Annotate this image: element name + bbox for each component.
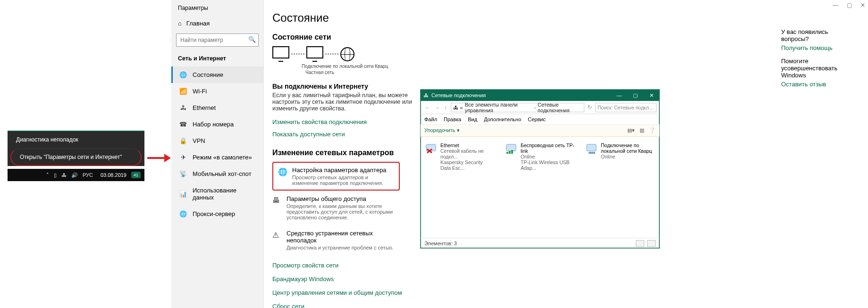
- explorer-titlebar: 🖧 Сетевые подключения — ▢ ✕: [421, 90, 659, 101]
- ethernet-adapter-icon: [425, 142, 438, 155]
- sidebar-item-proxy[interactable]: 🌐Прокси-сервер: [171, 206, 263, 222]
- dialup-icon: ☎: [179, 121, 187, 128]
- page-title: Состояние: [272, 11, 868, 25]
- menu-file[interactable]: Файл: [424, 117, 437, 122]
- connection-item-lan[interactable]: Подключение по локальной сети Кварц Onli…: [586, 142, 655, 171]
- tray-date[interactable]: 03.08.2019: [101, 172, 126, 178]
- connections-grid: Ethernet Сетевой кабель не подкл... Kasp…: [421, 137, 659, 176]
- option-sharing-settings[interactable]: 🖶 Параметры общего доступа Определите, к…: [272, 191, 400, 225]
- minimize-button[interactable]: —: [611, 90, 627, 101]
- option-title: Параметры общего доступа: [287, 195, 394, 202]
- help-question: У вас появились вопросы?: [781, 28, 857, 42]
- chevron-up-icon[interactable]: ˄: [46, 172, 49, 178]
- breadcrumb[interactable]: 🖧 « Все элементы панели управления › Сет…: [451, 103, 585, 112]
- menu-edit[interactable]: Правка: [444, 117, 461, 122]
- adapter-icon: 🌐: [278, 167, 287, 186]
- connection-device: TP-Link Wireless USB Adap...: [521, 159, 574, 171]
- explorer-menubar: Файл Правка Вид Дополнительно Сервис: [421, 114, 659, 125]
- help-panel-questions: У вас появились вопросы? Получить помощь: [781, 28, 857, 51]
- guide-arrow-icon: [147, 151, 171, 165]
- explorer-statusbar: Элементов: 3: [421, 238, 659, 248]
- explorer-search-input[interactable]: Поиск: Сетевые подкл...: [595, 103, 657, 112]
- search-input[interactable]: [176, 33, 259, 47]
- sidebar-item-dialup[interactable]: ☎Набор номера: [171, 116, 263, 133]
- network-icon[interactable]: 🖧: [61, 172, 67, 178]
- link-network-reset[interactable]: Сброс сети: [272, 303, 868, 308]
- network-diagram: [272, 46, 868, 62]
- link-get-help[interactable]: Получить помощь: [781, 44, 857, 51]
- menu-service[interactable]: Сервис: [528, 117, 546, 122]
- svg-rect-5: [506, 144, 516, 151]
- keyboard-lang[interactable]: РУС: [83, 172, 93, 178]
- refresh-button[interactable]: ↻: [586, 104, 593, 110]
- connection-item-ethernet[interactable]: Ethernet Сетевой кабель не подкл... Kasp…: [425, 142, 494, 171]
- connection-status: Online: [521, 154, 574, 159]
- maximize-button[interactable]: ▢: [627, 90, 643, 101]
- toolbar-view-icon[interactable]: ▤▾: [627, 127, 635, 133]
- svg-rect-10: [589, 152, 595, 154]
- sidebar-item-airplane[interactable]: ✈Режим «в самолете»: [171, 149, 263, 166]
- breadcrumb-root[interactable]: Все элементы панели управления: [465, 102, 532, 113]
- link-change-connection-properties[interactable]: Изменить свойства подключения: [272, 118, 367, 125]
- connection-status: Online: [601, 154, 655, 159]
- sidebar-item-wifi[interactable]: 📶Wi-Fi: [171, 83, 263, 100]
- menu-item-open-network-settings[interactable]: Открыть "Параметры сети и Интернет": [10, 149, 142, 166]
- hotspot-icon: 📡: [179, 170, 187, 177]
- help-panel-feedback: Помогите усовершенствовать Windows Остав…: [781, 58, 857, 88]
- explorer-address-bar: ← → ↑ 🖧 « Все элементы панели управления…: [421, 101, 659, 114]
- option-desc: Определите, к каким данным вы хотите пре…: [287, 203, 394, 220]
- battery-icon[interactable]: ▯: [54, 172, 57, 178]
- status-icon: 🌐: [179, 71, 187, 78]
- toolbar-preview-pane-icon[interactable]: ▥: [640, 127, 644, 133]
- settings-app-title: Параметры: [171, 0, 263, 16]
- sharing-icon: 🖶: [272, 196, 281, 220]
- sidebar-item-ethernet[interactable]: 🖧Ethernet: [171, 100, 263, 116]
- lan-adapter-icon: [586, 142, 598, 155]
- menu-extra[interactable]: Дополнительно: [484, 117, 521, 122]
- connection-name: Беспроводная сеть TP-link: [521, 142, 574, 154]
- sidebar-item-hotspot[interactable]: 📡Мобильный хот-спот: [171, 166, 263, 182]
- option-title: Средство устранения сетевых неполадок: [287, 230, 394, 244]
- view-icons-button[interactable]: [647, 240, 656, 247]
- status-count-label: Элементов:: [424, 241, 453, 246]
- link-network-properties[interactable]: Просмотр свойств сети: [272, 262, 868, 269]
- svg-marker-1: [164, 154, 171, 162]
- option-desc: Просмотр сетевых адаптеров и изменение п…: [292, 175, 394, 186]
- settings-sidebar: Параметры ⌂ Главная 🔍 Сеть и Интернет 🌐С…: [171, 0, 264, 308]
- option-troubleshoot[interactable]: ⚠ Средство устранения сетевых неполадок …: [272, 225, 400, 255]
- sidebar-item-vpn[interactable]: 🔒VPN: [171, 133, 263, 149]
- connection-item-wifi[interactable]: Беспроводная сеть TP-link Online TP-Link…: [506, 142, 574, 171]
- toolbar-organize-button[interactable]: Упорядочить ▾: [424, 127, 460, 133]
- feedback-prompt: Помогите усовершенствовать Windows: [781, 58, 857, 79]
- network-status-heading: Состояние сети: [272, 33, 868, 42]
- sidebar-home[interactable]: ⌂ Главная: [171, 16, 263, 31]
- option-adapter-settings[interactable]: 🌐 Настройка параметров адаптера Просмотр…: [272, 162, 400, 191]
- up-button[interactable]: ↑: [443, 105, 449, 110]
- view-details-button[interactable]: [636, 240, 644, 247]
- link-firewall[interactable]: Брандмауэр Windows: [272, 275, 868, 283]
- sidebar-item-data-usage[interactable]: 📊Использование данных: [171, 182, 263, 206]
- status-count: 3: [454, 241, 457, 246]
- menu-view[interactable]: Вид: [468, 117, 477, 122]
- forward-button[interactable]: →: [433, 105, 441, 110]
- back-button[interactable]: ←: [423, 105, 431, 110]
- data-usage-icon: 📊: [179, 191, 187, 198]
- volume-icon[interactable]: 🔊: [71, 172, 78, 178]
- toolbar-help-icon[interactable]: ❔: [649, 127, 656, 133]
- connection-device: Kaspersky Security Data Esc...: [440, 159, 494, 171]
- tray-context-menu: Диагностика неполадок Открыть "Параметры…: [8, 132, 144, 166]
- link-network-sharing-center[interactable]: Центр управления сетями и общим доступом: [272, 289, 868, 296]
- sidebar-search: 🔍: [176, 33, 259, 47]
- sidebar-item-status[interactable]: 🌐Состояние: [171, 67, 263, 83]
- sidebar-section-header: Сеть и Интернет: [171, 52, 263, 67]
- menu-item-diagnostics[interactable]: Диагностика неполадок: [8, 132, 144, 148]
- breadcrumb-leaf[interactable]: Сетевые подключения: [538, 102, 582, 113]
- network-badge[interactable]: 41: [131, 172, 141, 178]
- svg-rect-7: [509, 151, 511, 154]
- wifi-icon: 📶: [179, 88, 187, 95]
- link-leave-feedback[interactable]: Оставить отзыв: [781, 81, 857, 88]
- search-icon[interactable]: 🔍: [248, 36, 256, 43]
- close-button[interactable]: ✕: [643, 90, 659, 101]
- svg-rect-8: [511, 150, 513, 154]
- link-show-available-networks[interactable]: Показать доступные сети: [272, 131, 345, 138]
